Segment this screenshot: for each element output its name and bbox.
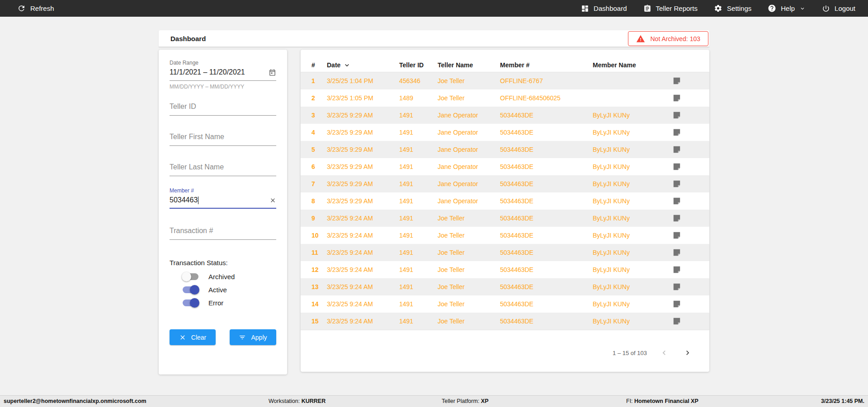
nav-help-label: Help (781, 5, 795, 12)
toggle-active[interactable]: Active (183, 286, 276, 294)
row-member-name: ByLyJI KUNy (593, 318, 673, 325)
row-member-num: 5034463DE (500, 163, 593, 170)
note-icon[interactable] (673, 94, 698, 102)
pagination: 1 – 15 of 103 (613, 346, 694, 359)
row-member-num: 5034463DE (500, 300, 593, 308)
row-member-name: ByLyJI KUNy (593, 300, 673, 308)
row-date: 3/23/25 9:24 AM (327, 300, 399, 308)
previous-page-button[interactable] (658, 346, 670, 359)
status-bar: superteller2@hometownfinancialxp.onmicro… (0, 395, 868, 407)
table-row[interactable]: 133/23/25 9:24 AM1491Joe Teller5034463DE… (301, 278, 709, 295)
table-row[interactable]: 73/23/25 9:29 AM1491Jane Operator5034463… (301, 175, 709, 192)
table-row[interactable]: 123/23/25 9:24 AM1491Joe Teller5034463DE… (301, 261, 709, 278)
transaction-number-field[interactable]: Transaction # (170, 227, 276, 240)
teller-first-name-field[interactable]: Teller First Name (170, 133, 276, 146)
nav-dashboard-label: Dashboard (594, 5, 627, 12)
table-row[interactable]: 143/23/25 9:24 AM1491Joe Teller5034463DE… (301, 295, 709, 313)
row-member-name: ByLyJI KUNy (593, 129, 673, 136)
table-row[interactable]: 63/23/25 9:29 AM1491Jane Operator5034463… (301, 158, 709, 175)
table-row[interactable]: 13/25/25 1:04 PM456346Joe TellerOFFLINE-… (301, 72, 709, 89)
row-member-num: 5034463DE (500, 266, 593, 273)
row-teller-name: Jane Operator (438, 146, 500, 153)
row-date: 3/23/25 9:24 AM (327, 249, 399, 256)
col-header-date[interactable]: Date (327, 61, 399, 69)
teller-id-field[interactable]: Teller ID (170, 103, 276, 116)
table-row[interactable]: 33/23/25 9:29 AM1491Jane Operator5034463… (301, 107, 709, 124)
note-icon[interactable] (673, 163, 698, 171)
row-date: 3/23/25 9:24 AM (327, 318, 399, 325)
clear-button[interactable]: Clear (170, 329, 216, 345)
member-number-value: 5034463 (170, 196, 198, 204)
apply-button[interactable]: Apply (230, 329, 276, 345)
nav-teller-reports-label: Teller Reports (656, 5, 698, 12)
apply-button-label: Apply (251, 334, 267, 341)
row-teller-id: 1491 (399, 180, 438, 187)
nav-teller-reports[interactable]: Teller Reports (643, 5, 698, 13)
note-icon[interactable] (673, 317, 698, 325)
note-icon[interactable] (673, 111, 698, 119)
member-number-field[interactable]: Member # 5034463 (170, 187, 276, 209)
nav-help[interactable]: Help (768, 4, 806, 13)
table-row[interactable]: 53/23/25 9:29 AM1491Jane Operator5034463… (301, 141, 709, 158)
row-member-num: 5034463DE (500, 112, 593, 119)
note-icon[interactable] (673, 283, 698, 291)
note-icon[interactable] (673, 266, 698, 274)
toggle-switch[interactable] (183, 273, 198, 280)
note-icon[interactable] (673, 300, 698, 308)
table-header-row: # Date Teller ID Teller Name Member # Me… (301, 58, 709, 72)
row-num: 3 (311, 112, 327, 119)
table-row[interactable]: 83/23/25 9:29 AM1491Jane Operator5034463… (301, 192, 709, 210)
note-icon[interactable] (673, 77, 698, 85)
row-date: 3/23/25 9:24 AM (327, 283, 399, 290)
toggle-switch[interactable] (183, 286, 198, 293)
table-row[interactable]: 43/23/25 9:29 AM1491Jane Operator5034463… (301, 124, 709, 141)
refresh-button[interactable]: Refresh (17, 4, 54, 13)
row-teller-id: 1491 (399, 112, 438, 119)
clear-button-label: Clear (191, 334, 206, 341)
filter-panel: Date Range 11/1/2021 – 11/20/2021 MM/DD/… (159, 50, 287, 374)
row-teller-id: 456346 (399, 77, 438, 84)
row-date: 3/23/25 9:29 AM (327, 112, 399, 119)
date-range-field[interactable]: Date Range 11/1/2021 – 11/20/2021 MM/DD/… (170, 60, 276, 90)
toggle-error[interactable]: Error (183, 299, 276, 307)
row-teller-name: Joe Teller (438, 249, 500, 256)
note-icon[interactable] (673, 128, 698, 136)
table-row[interactable]: 93/23/25 9:24 AM1491Joe Teller5034463DEB… (301, 210, 709, 227)
note-icon[interactable] (673, 180, 698, 188)
nav-logout[interactable]: Logout (822, 5, 855, 13)
transactions-table-card: # Date Teller ID Teller Name Member # Me… (301, 50, 709, 372)
not-archived-badge[interactable]: Not Archived: 103 (628, 31, 708, 46)
teller-id-placeholder: Teller ID (170, 103, 276, 116)
toggle-archived[interactable]: Archived (183, 273, 276, 281)
note-icon[interactable] (673, 145, 698, 154)
note-icon[interactable] (673, 231, 698, 239)
row-teller-name: Jane Operator (438, 180, 500, 187)
note-icon[interactable] (673, 197, 698, 205)
next-page-button[interactable] (681, 346, 694, 359)
nav-settings[interactable]: Settings (714, 4, 751, 13)
clear-field-icon[interactable] (269, 197, 276, 204)
note-icon[interactable] (673, 214, 698, 222)
row-date: 3/23/25 9:24 AM (327, 232, 399, 239)
warning-triangle-icon (636, 34, 645, 43)
row-num: 8 (311, 197, 327, 205)
nav-dashboard[interactable]: Dashboard (581, 5, 627, 13)
teller-last-name-placeholder: Teller Last Name (170, 163, 276, 176)
calendar-icon[interactable] (269, 69, 276, 76)
table-row[interactable]: 113/23/25 9:24 AM1491Joe Teller5034463DE… (301, 244, 709, 261)
table-row[interactable]: 103/23/25 9:24 AM1491Joe Teller5034463DE… (301, 227, 709, 244)
row-member-num: 5034463DE (500, 197, 593, 205)
row-member-num: 5034463DE (500, 232, 593, 239)
text-caret (198, 196, 198, 204)
note-icon[interactable] (673, 248, 698, 257)
toggle-label: Error (208, 299, 223, 307)
table-row[interactable]: 23/23/25 1:05 PM1489Joe TellerOFFLINE-68… (301, 89, 709, 107)
topbar-right-group: Dashboard Teller Reports Settings Help (581, 4, 855, 13)
row-teller-name: Joe Teller (438, 283, 500, 290)
teller-last-name-field[interactable]: Teller Last Name (170, 163, 276, 176)
row-num: 9 (311, 215, 327, 222)
row-teller-name: Joe Teller (438, 232, 500, 239)
toggle-switch[interactable] (183, 299, 198, 306)
table-row[interactable]: 153/23/25 9:24 AM1491Joe Teller5034463DE… (301, 313, 709, 330)
refresh-label: Refresh (30, 5, 54, 12)
